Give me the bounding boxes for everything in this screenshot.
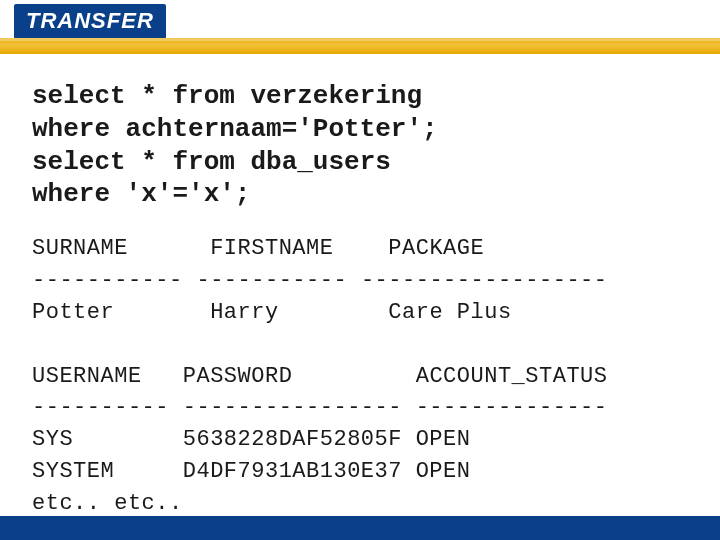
slide: TRANSFER select * from verzekering where… (0, 0, 720, 540)
result2-separator: ---------- ---------------- ------------… (32, 395, 608, 420)
result2-row-2: SYSTEM D4DF7931AB130E37 OPEN (32, 459, 470, 484)
brand-logo: TRANSFER (14, 4, 166, 39)
sql-line-1: select * from verzekering (32, 81, 422, 111)
sql-line-3: select * from dba_users (32, 147, 391, 177)
sql-line-2: where achternaam='Potter'; (32, 114, 438, 144)
result1-header: SURNAME FIRSTNAME PACKAGE (32, 236, 484, 261)
header-gold-bar (0, 38, 720, 54)
sql-line-4: where 'x'='x'; (32, 179, 250, 209)
result2-trailer: etc.. etc.. (32, 491, 183, 516)
result2-header: USERNAME PASSWORD ACCOUNT_STATUS (32, 364, 608, 389)
result1-row: Potter Harry Care Plus (32, 300, 512, 325)
slide-header: TRANSFER (0, 0, 720, 56)
sql-block: select * from verzekering where achterna… (32, 80, 688, 211)
result1-separator: ----------- ----------- ----------------… (32, 268, 608, 293)
result2-row-1: SYS 5638228DAF52805F OPEN (32, 427, 470, 452)
slide-content: select * from verzekering where achterna… (0, 56, 720, 520)
slide-footer-bar (0, 516, 720, 540)
query-results: SURNAME FIRSTNAME PACKAGE ----------- --… (32, 233, 688, 520)
brand-text: TRANSFER (26, 8, 154, 33)
